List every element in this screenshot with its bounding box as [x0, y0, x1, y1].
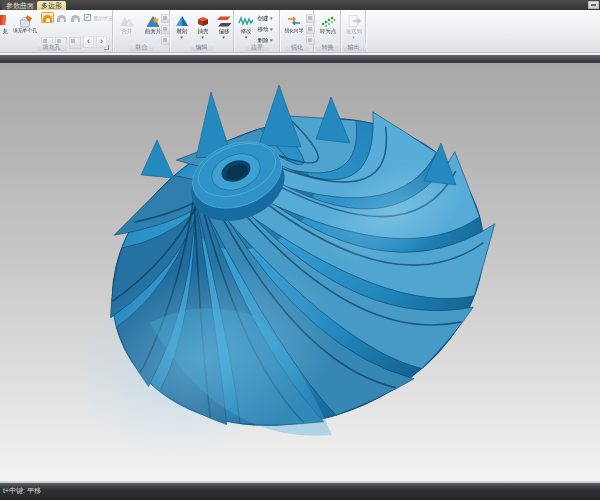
status-bar: t+中键: 平移 — [0, 483, 600, 500]
fill-tangent-toggle[interactable] — [55, 12, 68, 23]
send-to-icon — [346, 13, 362, 28]
viewport-3d[interactable] — [0, 63, 600, 481]
sharpen-extra-button-1[interactable] — [306, 14, 315, 23]
curvature-fill-icon — [43, 15, 52, 22]
offset-label: 偏移 — [218, 28, 229, 34]
sharpen-wizard-label: 锐化向导 — [284, 28, 303, 34]
tangent-fill-icon — [57, 15, 66, 22]
ribbon-group-edit: 雕刻 ▾ 抽壳 ▾ 偏移 ▾ 编辑 — [170, 10, 234, 52]
sharpen-extra-icon-1 — [308, 16, 312, 20]
fill-holes-icon — [0, 13, 9, 28]
fill-single-hole-button[interactable]: 填充单个孔 — [9, 12, 40, 50]
ribbon-group-fill-holes: 充 填充单个孔 ✓ 显示填充 ‹ › 填充孔 — [0, 10, 113, 52]
sculpt-button[interactable]: 雕刻 ▾ — [172, 12, 191, 50]
group-label-edit: 编辑 — [190, 43, 214, 51]
tab-parametric-surface[interactable]: 参数曲面 — [2, 1, 38, 10]
ribbon-viewport-divider — [0, 53, 600, 63]
sharpen-extra-icon-2 — [308, 27, 312, 31]
merge-icon — [119, 13, 135, 28]
group-label-output: 输出 — [342, 43, 366, 51]
impeller-mesh-model[interactable] — [0, 63, 600, 481]
boundary-fill-mini-button-3[interactable] — [69, 37, 81, 49]
combine-extra-icon-3 — [163, 38, 167, 42]
convert-to-points-label: 转为点 — [320, 28, 337, 34]
show-fill-label: 显示填充 — [93, 15, 113, 21]
merge-label: 合并 — [121, 28, 132, 34]
offset-icon — [216, 13, 232, 28]
wave-modify-icon — [238, 13, 254, 28]
ribbon-group-boundary: 修改 ▾ 创建 ▾ 移动 ▾ 删除 ▾ 边界 — [235, 10, 280, 52]
shell-label: 抽壳 — [197, 28, 208, 34]
sculpt-icon — [174, 13, 190, 28]
combine-extra-button-3[interactable] — [161, 36, 170, 45]
sharpen-extra-button-2[interactable] — [306, 25, 315, 34]
delete-dropdown-icon: ▾ — [270, 38, 273, 43]
previous-hole-button[interactable]: ‹ — [83, 36, 94, 48]
combine-extra-button-2[interactable] — [161, 25, 170, 34]
group-label-sharpen: 锐化 — [285, 43, 309, 51]
tab-polygon[interactable]: 多边形 — [37, 1, 66, 10]
sculpt-label: 雕刻 — [176, 28, 187, 34]
ribbon: 充 填充单个孔 ✓ 显示填充 ‹ › 填充孔 — [0, 10, 600, 53]
ribbon-group-convert: 转为点 转换 — [315, 10, 341, 52]
create-boundary-label: 创建 — [257, 15, 268, 21]
move-dropdown-icon: ▾ — [270, 27, 273, 32]
group-label-boundary: 边界 — [245, 43, 269, 51]
combine-extra-icon-1 — [163, 16, 167, 20]
move-boundary-button[interactable]: 移动 ▾ — [257, 24, 279, 35]
paint-bucket-icon — [17, 13, 33, 28]
combine-extra-button-1[interactable] — [161, 14, 170, 23]
sharpen-wizard-icon — [286, 13, 302, 28]
modify-boundary-label: 修改 — [240, 28, 251, 34]
surface-patch-label: 曲面片 — [145, 28, 162, 34]
surface-patch-icon — [145, 13, 161, 28]
group-label-convert: 转换 — [316, 43, 340, 51]
offset-button[interactable]: 偏移 ▾ — [214, 12, 233, 50]
dialog-launcher-icon[interactable] — [104, 45, 109, 50]
create-dropdown-icon: ▾ — [270, 16, 273, 21]
sculpt-dropdown-icon[interactable]: ▾ — [180, 35, 183, 40]
group-label-combine: 联合 — [130, 43, 154, 51]
modify-dropdown-icon[interactable]: ▾ — [245, 35, 248, 40]
offset-dropdown-icon[interactable]: ▾ — [222, 35, 225, 40]
shell-dropdown-icon[interactable]: ▾ — [201, 35, 204, 40]
ribbon-group-output: 发送到 ▾ 输出 — [342, 10, 366, 52]
fill-holes-button[interactable]: 充 — [0, 12, 9, 50]
fill-single-hole-label: 填充单个孔 — [13, 28, 37, 34]
sharpen-extra-icon-3 — [308, 38, 312, 42]
shell-icon — [195, 13, 211, 28]
mouse-hint-text: t+中键: 平移 — [3, 487, 41, 494]
points-icon — [320, 13, 336, 28]
fill-holes-label: 充 — [2, 28, 8, 34]
flat-fill-icon — [71, 15, 80, 22]
fill-curvature-toggle[interactable] — [41, 12, 54, 23]
create-boundary-button[interactable]: 创建 ▾ — [257, 13, 279, 24]
ribbon-corner-icon — [591, 4, 596, 6]
ribbon-group-sharpen: 锐化向导 锐化 — [281, 10, 314, 52]
combine-extra-icon-2 — [163, 27, 167, 31]
fill-flat-toggle[interactable] — [69, 12, 82, 23]
boundary-fill-mini-icon-3 — [71, 39, 75, 43]
ribbon-corner-button[interactable] — [588, 1, 599, 9]
ribbon-group-combine: 合并 曲面片 联合 — [114, 10, 170, 52]
send-to-dropdown-icon[interactable]: ▾ — [352, 35, 355, 40]
group-label-fill-holes: 填充孔 — [37, 43, 67, 51]
ribbon-tab-bar: 参数曲面 多边形 — [0, 0, 600, 10]
show-fill-checkbox[interactable]: ✓ — [84, 14, 91, 21]
move-boundary-label: 移动 — [257, 26, 268, 32]
